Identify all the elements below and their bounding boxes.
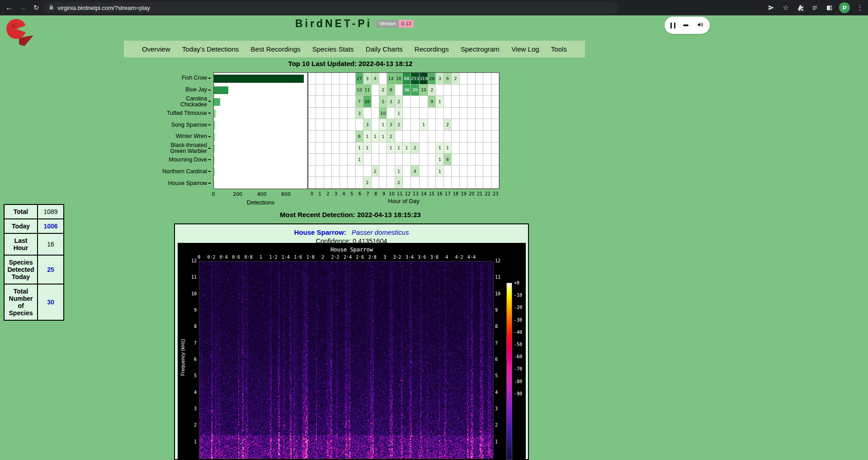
heat-cell: [308, 96, 316, 108]
heat-cell: [420, 154, 428, 166]
heat-cell: [356, 166, 363, 177]
heat-x-tick: 12: [404, 191, 412, 196]
version-label: Version: [377, 20, 399, 28]
side-panel-icon[interactable]: [825, 3, 834, 12]
heat-cell: [324, 142, 332, 154]
menu-kebab-icon[interactable]: ⋮: [855, 3, 864, 12]
profile-avatar[interactable]: P: [839, 2, 850, 13]
heat-cell: [491, 177, 499, 189]
heat-cell: [483, 166, 491, 177]
axis-tick: [208, 148, 211, 149]
send-icon[interactable]: [767, 3, 776, 12]
heat-cell: [483, 119, 491, 131]
species-label: Tufted Titmouse: [68, 107, 211, 119]
heat-cell: [476, 154, 483, 166]
pause-icon[interactable]: [670, 23, 675, 28]
detection-latin-name[interactable]: Passer domesticus: [352, 228, 409, 236]
detections-bar: [214, 98, 220, 106]
stat-value[interactable]: 30: [38, 284, 64, 320]
heat-cell: [476, 166, 483, 177]
heat-cell: [467, 85, 475, 96]
heat-cell: 1: [363, 142, 371, 154]
heat-cell: 27: [356, 73, 363, 85]
heat-cell: [395, 85, 403, 96]
reload-icon[interactable]: ↻: [30, 0, 42, 15]
reading-list-icon[interactable]: [810, 3, 819, 12]
detections-bar-chart: [213, 72, 308, 189]
heat-cell: [411, 154, 420, 166]
heat-cell: [436, 177, 443, 189]
nav-item-overview[interactable]: Overview: [142, 45, 170, 53]
nav-item-tools[interactable]: Tools: [551, 45, 567, 53]
heat-cell: 11: [363, 85, 371, 96]
heat-cell: [444, 85, 452, 96]
spec-y-tick: 10: [189, 291, 197, 296]
heat-cell: [444, 108, 452, 119]
heat-cell: 2: [428, 85, 436, 96]
forward-icon[interactable]: →: [16, 0, 29, 15]
detection-species-link[interactable]: House Sparrow:: [294, 228, 346, 236]
spec-y-tick: 3: [189, 406, 197, 411]
heat-cell: [452, 142, 459, 154]
heat-cell: [348, 177, 355, 189]
heat-cell: [308, 108, 316, 119]
nav-item-today-s-detections[interactable]: Today's Detections: [182, 45, 239, 53]
heat-cell: [324, 108, 332, 119]
heat-cell: [340, 142, 348, 154]
url-bar[interactable]: virginia.birdnetpi.com/?stream=play: [43, 2, 618, 14]
heat-cell: [332, 166, 340, 177]
heat-cell: [460, 119, 467, 131]
back-icon[interactable]: ←: [3, 0, 15, 15]
detections-bar: [214, 168, 215, 176]
stat-value[interactable]: 1006: [38, 219, 64, 233]
heat-cell: [403, 96, 410, 108]
padlock-icon: [49, 4, 54, 11]
heat-x-tick: 14: [420, 191, 428, 196]
heat-cell: [324, 73, 332, 85]
heat-cell: 14: [387, 73, 395, 85]
spec-y-tick: 7: [495, 341, 503, 346]
heat-cell: [460, 166, 467, 177]
seek-handle[interactable]: [683, 24, 689, 26]
heat-cell: 10: [379, 108, 387, 119]
heat-cell: [460, 131, 467, 142]
nav-item-best-recordings[interactable]: Best Recordings: [251, 45, 301, 53]
bar-x-tick: 400: [255, 191, 269, 197]
heat-cell: [308, 73, 316, 85]
stats-row: Today1006: [4, 219, 64, 233]
extensions-icon[interactable]: [796, 3, 805, 12]
spec-x-tick: 3·6: [415, 255, 428, 260]
stats-table: Total1089Today1006Last Hour16Species Det…: [4, 204, 64, 321]
heat-cell: [372, 85, 379, 96]
heat-cell: [428, 166, 436, 177]
nav-item-recordings[interactable]: Recordings: [415, 45, 449, 53]
screen: ← → ↻ virginia.birdnetpi.com/?stream=pla…: [0, 0, 868, 460]
audio-player[interactable]: [665, 17, 710, 34]
heat-cell: 2: [452, 73, 459, 85]
volume-icon[interactable]: [696, 21, 704, 30]
heat-cell: [403, 177, 410, 189]
heat-cell: 9: [428, 96, 436, 108]
bookmark-star-icon[interactable]: ☆: [781, 3, 790, 12]
heat-cell: [452, 177, 459, 189]
heat-x-tick: 9: [380, 191, 388, 196]
nav-item-species-stats[interactable]: Species Stats: [312, 45, 354, 53]
nav-item-view-log[interactable]: View Log: [511, 45, 539, 53]
heat-cell: [372, 96, 379, 108]
spec-y-tick: 1: [495, 439, 503, 444]
spec-y-tick: 10: [495, 291, 503, 296]
species-label: Fish Crow: [68, 72, 211, 84]
heat-cell: [387, 177, 395, 189]
heat-x-tick: 19: [460, 191, 468, 196]
heat-cell: [411, 177, 420, 189]
spec-y-tick: 7: [189, 341, 197, 346]
axis-tick: [208, 171, 211, 172]
nav-item-spectrogram[interactable]: Spectrogram: [461, 45, 500, 53]
stat-value[interactable]: 25: [38, 255, 64, 284]
heat-cell: [436, 119, 443, 131]
spec-y-tick: 12: [189, 258, 197, 263]
spec-y-tick: 4: [189, 390, 197, 395]
spec-y-tick: 12: [495, 258, 503, 263]
nav-item-daily-charts[interactable]: Daily Charts: [366, 45, 403, 53]
axis-tick: [208, 124, 211, 125]
